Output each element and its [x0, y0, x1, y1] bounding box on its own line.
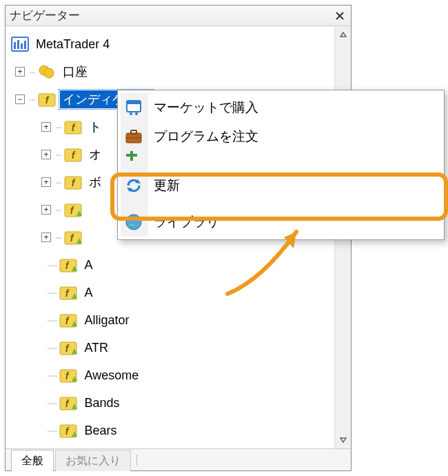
menu-label: 更新: [154, 177, 180, 195]
tree-label: A: [81, 257, 95, 273]
menu-label: ライブラリ: [154, 213, 219, 231]
menu-label: マーケットで購入: [154, 99, 258, 117]
tree-label: Bands: [81, 395, 122, 411]
cart-icon: [125, 99, 143, 117]
svg-point-59: [126, 215, 141, 230]
fx-icon: f: [59, 394, 77, 412]
briefcase-icon: [125, 128, 143, 146]
tree-item[interactable]: ·····fA: [8, 279, 348, 306]
account-icon: [38, 63, 56, 81]
globe-icon: [125, 213, 143, 231]
menu-library[interactable]: ライブラリ: [118, 208, 444, 237]
tree-connector: ···: [55, 204, 61, 215]
tree-connector: ·····: [47, 287, 57, 298]
fx-icon: f: [59, 366, 77, 384]
tree-connector: ···: [55, 121, 61, 132]
titlebar: ナビゲーター: [6, 6, 351, 26]
fx-icon: f: [59, 339, 77, 357]
tree-item[interactable]: ·····fA: [8, 251, 348, 279]
folder-f-icon: f: [64, 118, 82, 136]
svg-point-51: [135, 112, 138, 115]
scroll-up-icon[interactable]: [335, 26, 351, 43]
folder-f-icon: f: [64, 173, 82, 191]
close-button[interactable]: [333, 9, 347, 23]
tree-connector: ···: [55, 149, 61, 160]
tree-account[interactable]: + ··· 口座: [8, 58, 348, 86]
tree-item[interactable]: ·····fBears: [8, 417, 348, 444]
scroll-down-icon[interactable]: [335, 432, 351, 448]
panel-title: ナビゲーター: [10, 8, 333, 23]
folder-fx-icon: f: [64, 201, 82, 219]
tree-item[interactable]: ·····fAlligator: [8, 306, 348, 334]
svg-point-6: [44, 68, 54, 78]
svg-rect-4: [24, 41, 26, 49]
svg-rect-1: [14, 42, 16, 49]
expand-icon[interactable]: +: [41, 150, 51, 159]
fx-icon: f: [59, 311, 77, 329]
expand-icon[interactable]: +: [41, 205, 51, 215]
tab-general[interactable]: 全般: [11, 450, 54, 471]
tabs: 全般 お気に入り: [6, 448, 351, 470]
fx-icon: f: [59, 256, 77, 274]
collapse-icon[interactable]: −: [15, 95, 25, 104]
tree-label: ATR: [81, 340, 111, 356]
svg-rect-56: [126, 154, 137, 157]
tree-label: 口座: [60, 63, 90, 81]
tree-label: A: [81, 285, 95, 301]
menu-label: プログラムを注文: [154, 128, 258, 146]
tree-label: Bears: [81, 423, 119, 439]
close-icon: [336, 12, 344, 20]
tree-item[interactable]: ·····fBands: [8, 389, 348, 417]
svg-rect-3: [21, 43, 23, 49]
fx-icon: f: [59, 284, 77, 301]
menu-order-program[interactable]: プログラムを注文: [118, 122, 444, 151]
tree-item[interactable]: ·····fBulls: [8, 444, 348, 448]
tree-connector: ·····: [47, 342, 57, 353]
tree-connector: ···: [55, 232, 61, 243]
tree-connector: ···: [55, 177, 61, 188]
mt4-icon: [11, 35, 29, 53]
expand-icon[interactable]: +: [15, 67, 25, 77]
refresh-icon: [125, 177, 143, 195]
menu-buy-market[interactable]: マーケットで購入: [118, 93, 444, 122]
expand-icon[interactable]: +: [41, 177, 51, 187]
tree-connector: ·····: [47, 315, 57, 326]
menu-refresh[interactable]: 更新: [118, 163, 444, 208]
tree-item[interactable]: ·····fAwesome: [8, 361, 348, 389]
tree-label: Awesome: [81, 368, 141, 384]
tree-item[interactable]: ·····fATR: [8, 334, 348, 361]
folder-f-icon: f: [38, 90, 56, 108]
tree-label: ト: [86, 118, 104, 136]
menu-item-truncated[interactable]: [118, 151, 444, 163]
context-menu: マーケットで購入 プログラムを注文 更新 ライブラリ: [117, 90, 445, 240]
svg-rect-53: [131, 130, 136, 134]
tree-connector: ·····: [47, 425, 57, 436]
expand-icon[interactable]: +: [41, 122, 51, 132]
tab-label: 全般: [21, 455, 43, 466]
folder-f-icon: f: [64, 146, 82, 163]
plus-icon: [125, 151, 143, 163]
tree-connector: ·····: [47, 259, 57, 270]
tree-root[interactable]: MetaTrader 4: [8, 30, 348, 58]
fx-icon: f: [59, 422, 77, 439]
svg-rect-49: [127, 101, 141, 104]
tab-separator: [136, 455, 137, 466]
expand-icon[interactable]: +: [41, 232, 51, 242]
tab-favorites[interactable]: お気に入り: [55, 450, 131, 471]
tree-connector: ·····: [47, 397, 57, 408]
folder-fx-icon: f: [64, 228, 82, 246]
tree-connector: ···: [29, 94, 35, 105]
tree-label: ボ: [86, 173, 104, 191]
svg-rect-2: [17, 40, 19, 49]
tree-connector: ···: [29, 66, 35, 77]
tree-label: Alligator: [81, 313, 132, 328]
tree-connector: ·····: [47, 370, 57, 381]
tree-label: オ: [86, 146, 104, 163]
tree-label: MetaTrader 4: [33, 37, 112, 52]
tab-label: お気に入り: [65, 455, 121, 466]
svg-point-50: [130, 112, 132, 115]
